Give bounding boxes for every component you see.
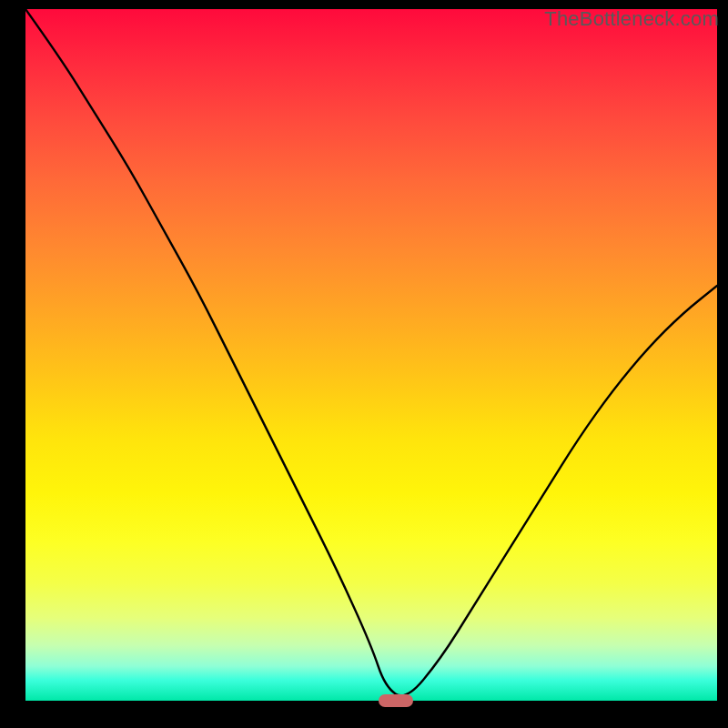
chart-container: TheBottleneck.com	[0, 0, 728, 728]
curve-line	[25, 9, 717, 701]
minimum-marker	[379, 694, 413, 707]
watermark-text: TheBottleneck.com	[544, 7, 719, 31]
plot-area	[25, 9, 717, 701]
